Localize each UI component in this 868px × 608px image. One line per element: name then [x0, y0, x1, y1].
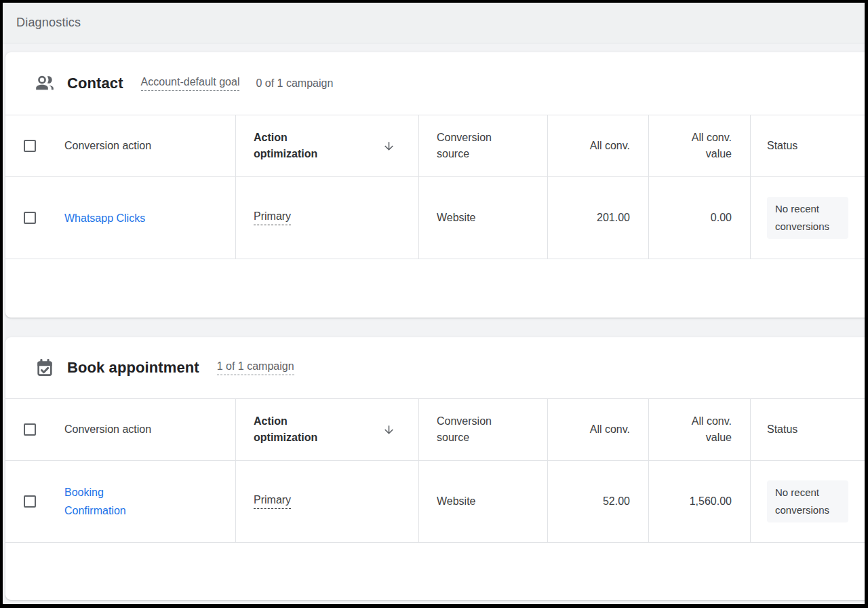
- conversion-source-value: Website: [437, 212, 476, 224]
- select-all-checkbox[interactable]: [24, 140, 36, 152]
- page-title: Diagnostics: [16, 16, 81, 30]
- goal-title: Book appointment: [67, 359, 199, 377]
- action-optimization-value[interactable]: Primary: [254, 210, 291, 225]
- cell-all-conv-value: 1,560.00: [649, 461, 751, 542]
- column-header-conversion-source: Conversion source: [437, 413, 519, 446]
- status-badge: No recent conversions: [767, 480, 848, 522]
- cell-action-optimization: Primary: [236, 461, 419, 542]
- column-header-all-conv: All conv.: [590, 421, 630, 438]
- goal-card-header: Contact Account-default goal 0 of 1 camp…: [5, 52, 868, 115]
- column-header-status: Status: [767, 138, 797, 154]
- conversion-source-value: Website: [437, 495, 476, 508]
- header-cell-conversion-source[interactable]: Conversion source: [419, 115, 548, 176]
- cell-conversion-source: Website: [419, 461, 548, 542]
- action-optimization-value[interactable]: Primary: [254, 494, 291, 509]
- goal-card-header: Book appointment 1 of 1 campaign: [5, 337, 868, 398]
- campaign-usage-link[interactable]: 1 of 1 campaign: [217, 360, 294, 375]
- column-header-action-optimization[interactable]: Action optimization: [254, 413, 334, 446]
- column-header-all-conv-value: All conv. value: [667, 130, 732, 162]
- header-cell-all-conv[interactable]: All conv.: [548, 115, 649, 176]
- cell-conversion-source: Website: [419, 177, 548, 259]
- cell-all-conv-value: 0.00: [649, 177, 751, 259]
- table-header-row: Conversion action Action optimization Co…: [5, 398, 868, 461]
- diagnostics-header-bar: Diagnostics: [3, 3, 865, 43]
- header-cell-action-optimization[interactable]: Action optimization: [236, 399, 419, 460]
- conversion-action-link[interactable]: Whatsapp Clicks: [64, 209, 145, 227]
- column-header-status: Status: [767, 421, 797, 438]
- header-cell-action-optimization[interactable]: Action optimization: [236, 115, 419, 176]
- card-footer: [5, 259, 868, 317]
- cell-all-conv: 52.00: [548, 461, 649, 542]
- all-conv-value-value: 1,560.00: [690, 493, 732, 510]
- goal-card-contact: Contact Account-default goal 0 of 1 camp…: [5, 52, 868, 318]
- row-checkbox[interactable]: [24, 212, 36, 224]
- cell-status: No recent conversions: [751, 177, 868, 259]
- column-header-conversion-source: Conversion source: [437, 130, 519, 162]
- table-row: Booking Confirmation Primary Website 52.…: [5, 461, 868, 543]
- table-header-row: Conversion action Action optimization Co…: [5, 115, 868, 177]
- column-header-action-optimization[interactable]: Action optimization: [254, 130, 334, 162]
- people-icon: [34, 73, 56, 94]
- all-conv-value-value: 0.00: [711, 210, 732, 226]
- all-conv-value: 52.00: [603, 493, 630, 510]
- calendar-check-icon: [34, 357, 56, 379]
- cell-conversion-action: Whatsapp Clicks: [5, 177, 236, 259]
- header-cell-all-conv-value[interactable]: All conv. value: [649, 399, 751, 460]
- header-cell-all-conv-value[interactable]: All conv. value: [649, 115, 751, 176]
- header-cell-conversion-source[interactable]: Conversion source: [419, 399, 548, 460]
- header-cell-conversion-action: Conversion action: [5, 399, 236, 460]
- card-footer: [5, 543, 868, 599]
- header-cell-all-conv[interactable]: All conv.: [548, 399, 649, 460]
- status-badge: No recent conversions: [767, 197, 848, 239]
- conversion-action-link[interactable]: Booking Confirmation: [64, 483, 156, 520]
- cell-action-optimization: Primary: [236, 177, 419, 259]
- column-header-all-conv-value: All conv. value: [667, 413, 732, 446]
- goal-card-book-appointment: Book appointment 1 of 1 campaign Convers…: [5, 337, 868, 600]
- goal-title: Contact: [67, 75, 123, 92]
- diagnostics-panel: Diagnostics Contact Account-default goal…: [0, 0, 868, 608]
- select-all-checkbox[interactable]: [24, 423, 36, 436]
- cell-conversion-action: Booking Confirmation: [5, 461, 236, 542]
- column-header-conversion-action[interactable]: Conversion action: [64, 421, 151, 438]
- column-header-conversion-action[interactable]: Conversion action: [64, 138, 151, 154]
- arrow-down-icon: [382, 423, 395, 436]
- goal-type-link[interactable]: Account-default goal: [141, 76, 240, 91]
- table-row: Whatsapp Clicks Primary Website 201.00 0…: [5, 177, 868, 259]
- cell-status: No recent conversions: [751, 461, 868, 542]
- column-header-all-conv: All conv.: [590, 138, 630, 154]
- arrow-down-icon: [382, 140, 395, 153]
- header-cell-status[interactable]: Status: [751, 399, 868, 460]
- cell-all-conv: 201.00: [548, 177, 649, 259]
- all-conv-value: 201.00: [597, 210, 630, 226]
- header-cell-status[interactable]: Status: [751, 115, 868, 176]
- row-checkbox[interactable]: [24, 495, 36, 508]
- campaign-usage-label: 0 of 1 campaign: [256, 77, 333, 90]
- header-cell-conversion-action: Conversion action: [5, 115, 236, 176]
